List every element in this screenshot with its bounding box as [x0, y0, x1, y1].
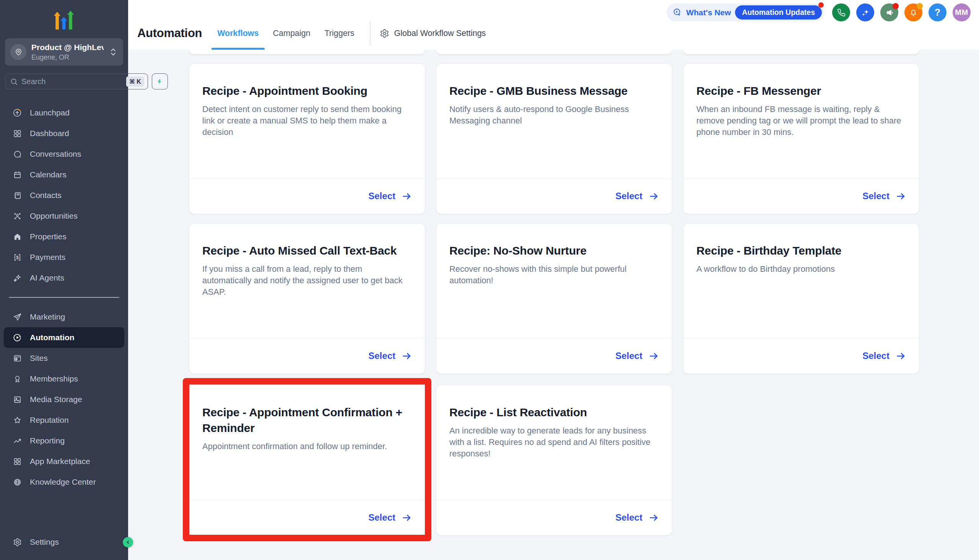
- tab-label: Triggers: [325, 29, 355, 38]
- recipe-card-list-reactivation[interactable]: Recipe - List Reactivation An incredible…: [436, 385, 672, 535]
- card-footer: Select: [436, 338, 672, 373]
- automation-updates-badge[interactable]: Automation Updates: [735, 5, 822, 20]
- sidebar-collapse-button[interactable]: [123, 537, 133, 547]
- sidebar-item-opportunities[interactable]: Opportunities: [0, 206, 128, 226]
- recipe-card-gmb-business-message[interactable]: Recipe - GMB Business Message Notify use…: [436, 63, 672, 214]
- select-button[interactable]: Select: [368, 350, 412, 361]
- partial-card-row: [189, 50, 919, 54]
- recipe-card-description: If you miss a call from a lead, reply to…: [202, 263, 411, 298]
- sidebar-item-app-marketplace[interactable]: App Marketplace: [0, 451, 128, 472]
- recipe-card-title: Recipe - Auto Missed Call Text-Back: [202, 243, 411, 258]
- recipe-card-no-show-nurture[interactable]: Recipe: No-Show Nurture Recover no-shows…: [436, 223, 672, 374]
- main-area: Automation Workflows Campaign Triggers G: [128, 0, 979, 560]
- sidebar-item-label: Reporting: [30, 436, 65, 445]
- launchpad-icon: [13, 108, 22, 117]
- sidebar-item-dashboard[interactable]: Dashboard: [0, 123, 128, 144]
- sidebar-item-ai-agents[interactable]: AI Agents: [0, 268, 128, 288]
- cards-row-3: Recipe - Appointment Confirmation + Remi…: [189, 385, 919, 535]
- sidebar-item-conversations[interactable]: Conversations: [0, 144, 128, 164]
- card-body: Recipe - List Reactivation An incredible…: [436, 385, 672, 500]
- dashboard-icon: [13, 129, 22, 138]
- sidebar-item-knowledge-center[interactable]: Knowledge Center: [0, 472, 128, 492]
- user-avatar[interactable]: MM: [952, 3, 971, 22]
- sidebar-item-contacts[interactable]: Contacts: [0, 185, 128, 206]
- global-workflow-settings-button[interactable]: Global Workflow Settings: [380, 29, 486, 38]
- arrow-right-icon: [402, 191, 412, 202]
- recipe-card-title: Recipe - Appointment Booking: [202, 83, 411, 98]
- recipe-card-fb-messenger[interactable]: Recipe - FB Messenger When an inbound FB…: [683, 63, 919, 214]
- chat-bubble-icon: [13, 150, 22, 158]
- search-box[interactable]: ⌘ K: [5, 73, 148, 90]
- sidebar-item-media-storage[interactable]: Media Storage: [0, 389, 128, 410]
- sparkles-icon: [861, 8, 870, 17]
- phone-button[interactable]: [832, 3, 850, 22]
- sparkles-icon: [13, 273, 22, 282]
- partial-card-stub: [189, 50, 425, 54]
- select-button[interactable]: Select: [615, 191, 659, 202]
- sidebar-item-launchpad[interactable]: Launchpad: [0, 102, 128, 123]
- topbar: Automation Workflows Campaign Triggers G: [128, 0, 979, 50]
- select-label: Select: [368, 512, 395, 523]
- partial-card-stub: [683, 50, 919, 54]
- select-button[interactable]: Select: [615, 512, 659, 523]
- house-icon: [13, 232, 22, 241]
- sidebar-item-sites[interactable]: Sites: [0, 348, 128, 368]
- select-button[interactable]: Select: [862, 350, 906, 361]
- select-label: Select: [862, 350, 889, 361]
- recipe-card-appointment-confirmation-reminder[interactable]: Recipe - Appointment Confirmation + Remi…: [189, 385, 425, 535]
- tab-campaign[interactable]: Campaign: [267, 17, 316, 50]
- highlevel-logo: [0, 0, 128, 38]
- sidebar-item-reporting[interactable]: Reporting: [0, 430, 128, 451]
- select-label: Select: [862, 191, 889, 202]
- recipe-card-title: Recipe - List Reactivation: [449, 405, 658, 420]
- paper-plane-icon: [13, 312, 22, 322]
- sidebar-item-properties[interactable]: Properties: [0, 226, 128, 247]
- sidebar-item-settings[interactable]: Settings: [0, 532, 128, 552]
- bell-icon: [909, 8, 918, 17]
- card-footer: Select: [436, 178, 672, 214]
- account-avatar: [10, 44, 27, 60]
- quick-actions-button[interactable]: [152, 73, 168, 90]
- sidebar-bottom: Settings: [0, 532, 128, 560]
- recipe-card-appointment-booking[interactable]: Recipe - Appointment Booking Detect inte…: [189, 63, 425, 214]
- calendar-icon: [13, 170, 22, 179]
- star-icon: [13, 415, 22, 425]
- card-body: Recipe: No-Show Nurture Recover no-shows…: [436, 223, 672, 338]
- recipe-card-birthday-template[interactable]: Recipe - Birthday Template A workflow to…: [683, 223, 919, 374]
- info-circle-icon: [13, 477, 22, 487]
- card-footer: Select: [684, 338, 919, 373]
- whats-new-button[interactable]: What's New Automation Updates: [667, 3, 824, 22]
- browser-globe-icon: [13, 353, 22, 363]
- recipe-card-auto-missed-call-text-back[interactable]: Recipe - Auto Missed Call Text-Back If y…: [189, 223, 425, 374]
- partial-card-stub: [436, 50, 672, 54]
- help-button[interactable]: ?: [929, 3, 946, 22]
- opportunities-icon: [13, 212, 22, 220]
- tab-triggers[interactable]: Triggers: [319, 17, 360, 50]
- chevron-up-down-icon: [108, 47, 118, 57]
- search-input[interactable]: [22, 77, 123, 86]
- notification-dot: [818, 2, 824, 8]
- recipe-card-description: Appointment confirmation and follow up r…: [202, 441, 411, 452]
- sidebar-nav-secondary: Marketing Automation Sites: [0, 307, 128, 492]
- tab-workflows[interactable]: Workflows: [212, 17, 264, 50]
- notifications-button[interactable]: [904, 3, 922, 22]
- select-button[interactable]: Select: [368, 512, 412, 523]
- sidebar-item-payments[interactable]: $ Payments: [0, 247, 128, 268]
- ai-assistant-button[interactable]: [856, 3, 874, 22]
- sidebar-item-label: Opportunities: [30, 212, 78, 220]
- megaphone-icon: [885, 8, 894, 17]
- select-label: Select: [615, 350, 642, 361]
- select-button[interactable]: Select: [615, 350, 659, 361]
- sidebar-item-marketing[interactable]: Marketing: [0, 307, 128, 327]
- sidebar-item-calendars[interactable]: Calendars: [0, 164, 128, 185]
- recipe-card-description: An incredible way to generate leads for …: [449, 425, 658, 460]
- sidebar-item-memberships[interactable]: Memberships: [0, 368, 128, 389]
- announcements-button[interactable]: [881, 3, 898, 22]
- topbar-divider: [370, 21, 370, 45]
- contacts-book-icon: [13, 191, 22, 200]
- sidebar-item-reputation[interactable]: Reputation: [0, 410, 128, 430]
- select-button[interactable]: Select: [862, 191, 906, 202]
- sidebar-item-automation[interactable]: Automation: [4, 327, 124, 348]
- account-switcher[interactable]: Product @ HighLevel Eugene, OR: [5, 38, 123, 66]
- select-button[interactable]: Select: [368, 191, 412, 202]
